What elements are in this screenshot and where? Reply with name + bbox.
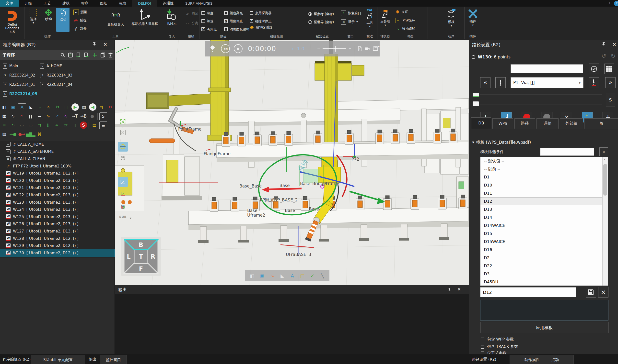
limit-option[interactable]: 加速 xyxy=(201,17,224,25)
limit-option[interactable]: 颜色高亮 xyxy=(224,9,247,17)
post-process-button[interactable]: 后处理▼ xyxy=(378,8,392,26)
speed-plus[interactable]: + xyxy=(348,46,351,51)
grid-icon[interactable]: ▦ xyxy=(0,112,8,120)
rotate-ccw-icon[interactable]: ↺ xyxy=(107,104,114,111)
statement-row[interactable]: W122 [ Utool1, Uframe2, D13, () ] xyxy=(0,191,115,199)
checkbox[interactable] xyxy=(250,11,253,15)
align-points-icon[interactable]: = xyxy=(0,121,8,129)
template-item[interactable]: -- 默认值 -- xyxy=(481,157,608,165)
orientation-cube-icon[interactable]: ▼ xyxy=(118,202,128,212)
axis-display-icon[interactable]: ▼ xyxy=(118,189,128,198)
detach-icon[interactable]: ▭ xyxy=(27,121,34,129)
template-description-textarea[interactable] xyxy=(480,300,608,321)
template-item[interactable]: D11 xyxy=(481,189,608,197)
tab-external-axis[interactable]: 外部轴 xyxy=(560,118,583,129)
statement-row[interactable]: W120 [ Utool1, Uframe2, D13, () ] xyxy=(0,177,115,184)
input-signal-icon[interactable]: →● xyxy=(9,130,17,138)
align-button[interactable]: ∥对齐 xyxy=(73,26,87,31)
menu-item[interactable]: DELFOI xyxy=(132,0,157,7)
checklist-icon[interactable] xyxy=(68,52,73,57)
rewind-button[interactable]: ◀◀ xyxy=(221,44,230,53)
subprogram-item[interactable]: S R2ZC3214_01 xyxy=(3,82,40,87)
tab-angle[interactable]: 角 xyxy=(584,118,618,129)
checkbox[interactable] xyxy=(201,27,205,31)
statement-row[interactable]: W128 [ Utool1, Uframe2, D12, () ] xyxy=(0,235,115,242)
swap-icon[interactable]: ⇄ xyxy=(62,121,69,129)
calibrate-tool-button[interactable]: CAL 工具▼ xyxy=(363,8,377,28)
scrollbar[interactable]: ▲ xyxy=(602,157,608,286)
point-select-dropdown[interactable]: P1: Via, [J] ▼ xyxy=(510,77,583,88)
subprogram-item[interactable]: M Main xyxy=(3,64,40,69)
subprogram-item[interactable]: S R2ZC3214_03 xyxy=(40,73,113,78)
print-icon[interactable]: ▤ xyxy=(0,130,8,138)
menu-item[interactable]: 图纸 xyxy=(94,0,113,7)
checkbox[interactable] xyxy=(250,19,253,23)
spline-yellow-icon[interactable]: ∿ xyxy=(44,112,52,120)
template-item[interactable]: D15WAICE xyxy=(481,238,608,246)
checkbox[interactable] xyxy=(224,19,228,23)
tab-motion-properties[interactable]: 动作属性 xyxy=(524,357,540,363)
tab-jog[interactable]: 点动 xyxy=(551,357,559,363)
program-call-icon[interactable]: ▣ xyxy=(9,104,17,111)
export-pdf-icon[interactable]: A xyxy=(358,45,362,52)
statement-row[interactable]: W121 [ Utool1, Uframe2, D13, () ] xyxy=(0,184,115,192)
export-program-icon[interactable] xyxy=(84,52,89,57)
template-item[interactable]: -- 以前 -- xyxy=(481,165,608,173)
branch-icon[interactable]: ⇉ xyxy=(36,121,43,129)
separator[interactable] xyxy=(97,113,98,120)
select-button[interactable]: 选择▼ xyxy=(26,8,41,24)
run-settings-icon[interactable]: ▤ xyxy=(80,104,88,111)
square-wave-icon[interactable]: ∏ xyxy=(27,112,34,120)
tab-output[interactable]: 输出 xyxy=(89,354,96,364)
separator[interactable] xyxy=(89,122,89,129)
checkbox[interactable] xyxy=(224,27,228,31)
radio[interactable] xyxy=(308,12,312,16)
import-program-icon[interactable] xyxy=(76,52,81,57)
path-radio[interactable] xyxy=(472,55,475,59)
template-item[interactable]: D14 xyxy=(481,213,608,221)
statement-row[interactable]: W124 [ Utool1, Uframe2, D13, () ] xyxy=(0,206,115,213)
point-position-slider[interactable] xyxy=(473,102,602,106)
program-visibility-icon[interactable]: ▣ xyxy=(259,272,266,279)
menu-item[interactable]: 建模 xyxy=(56,0,75,7)
template-button[interactable]: 模板▼ xyxy=(444,8,458,27)
delete-icon[interactable] xyxy=(109,52,113,57)
jog-button[interactable]: 点动 xyxy=(56,8,69,32)
template-item[interactable]: D1 xyxy=(481,173,608,181)
restore-window-button[interactable]: ↖恢复窗口 xyxy=(341,11,361,16)
menu-item[interactable]: 工艺 xyxy=(38,0,56,7)
swap-robot-button[interactable]: R⇄R 更换机器人 xyxy=(102,8,130,27)
statement-row[interactable]: # CALL A_CLEAN xyxy=(0,155,115,163)
lock-option[interactable]: 至世界 (坐标) xyxy=(308,18,334,26)
template-filter-input[interactable] xyxy=(540,148,594,156)
save-template-button[interactable] xyxy=(586,287,596,298)
select-frame-icon[interactable]: □ xyxy=(63,104,70,111)
play-button[interactable]: ▶ xyxy=(234,44,243,53)
prev-point-button[interactable]: « xyxy=(480,77,491,88)
speed-minus[interactable]: − xyxy=(317,46,320,51)
sub-view-button[interactable]: SUB⌒ xyxy=(118,214,128,224)
statement-row[interactable]: W126 [ Utool1, Uframe2, D13, () ] xyxy=(0,221,115,228)
polyline-icon[interactable]: ∿ xyxy=(9,112,17,120)
subprogram-item[interactable]: S R2ZC3214_05 xyxy=(3,91,40,97)
wait-icon[interactable]: ▯ xyxy=(71,121,78,129)
collapse-ribbon-icon[interactable]: ∧ xyxy=(608,1,611,5)
menu-item[interactable]: 文件 xyxy=(0,0,19,7)
loop-icon[interactable]: ↻ xyxy=(54,104,61,111)
playback-settings-button[interactable]: ▼ xyxy=(210,45,216,52)
template-item[interactable]: D10 xyxy=(481,181,608,189)
weld-visibility-icon[interactable]: ◧ xyxy=(249,272,256,279)
point-name-input[interactable] xyxy=(510,64,583,73)
statement-row[interactable]: W129 [ Utool1, Uframe2, D12, () ] xyxy=(0,242,115,249)
statement-row[interactable]: PTP P72 Utool1 Uframe2 100% xyxy=(0,163,115,170)
pnp-button[interactable]: ⌐PnP坐标 xyxy=(396,18,415,23)
menu-item[interactable]: 帮助 xyxy=(113,0,132,7)
rotate-cw-icon[interactable]: ↻ xyxy=(18,112,26,120)
clear-filter-button[interactable]: × xyxy=(599,147,608,156)
pin-icon[interactable] xyxy=(602,42,606,46)
limit-option[interactable]: 速度 xyxy=(201,9,224,17)
path-segment-icon[interactable]: ∿ xyxy=(45,104,52,111)
record-disabled-icon[interactable]: ● xyxy=(89,112,96,120)
apply-template-button[interactable]: 应用模板 xyxy=(480,322,608,333)
statement-row[interactable]: # CALL A_HOME xyxy=(0,141,115,148)
